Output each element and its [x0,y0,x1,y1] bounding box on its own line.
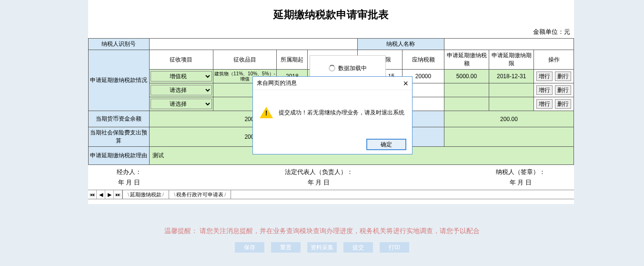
sheet-nav-first-icon[interactable]: ⏮ [88,190,97,199]
label-reason: 申请延期缴纳税款理由 [89,147,150,165]
sheet-nav-prev-icon[interactable]: ◀ [97,190,105,199]
sheet-tab-0[interactable]: 延期缴纳税款 [123,190,169,199]
header-tax-due: 应纳税额 [402,50,444,70]
warning-icon [260,107,273,118]
add-row-button-2[interactable]: 增行 [536,99,553,109]
header-action: 操作 [534,50,574,70]
modal-title: 来自网页的消息 [257,79,297,87]
print-button[interactable]: 打印 [380,242,409,253]
alert-modal: 来自网页的消息 × 提交成功！若无需继续办理业务，请及时退出系统 确定 [252,76,413,154]
del-row-button-0[interactable]: 删行 [555,72,571,81]
action-bar: 保存 重置 资料采集 提交 打印 [0,242,644,253]
label-application-detail: 申请延期缴纳税款情况 [89,50,150,111]
save-button[interactable]: 保存 [235,242,264,253]
spinner-icon [329,65,335,72]
label-cash-balance: 当期货币资金余额 [89,111,150,127]
del-row-button-1[interactable]: 删行 [555,85,571,95]
legal-label: 法定代表人（负责人）： [285,168,353,176]
add-row-button-1[interactable]: 增行 [536,85,553,95]
cell-cash-balance-right[interactable]: 200.00 [444,111,574,127]
header-tax-category: 征收品目 [213,50,277,70]
modal-message: 提交成功！若无需继续办理业务，请及时退出系统 [279,109,404,117]
value-taxpayer-id [149,39,357,50]
reminder-text: 温馨提醒： 请您关注消息提醒，并在业务查询模块查询办理进度，税务机关将进行实地调… [0,227,644,235]
reset-button[interactable]: 重置 [271,242,301,253]
value-taxpayer-name [444,39,574,50]
cell-defer-deadline-0[interactable]: 2018-12-31 [489,70,534,83]
close-icon[interactable]: × [403,79,408,88]
add-row-button-0[interactable]: 增行 [536,72,553,81]
signature-row: 经办人： 年 月 日 法定代表人（负责人）： 年 月 日 纳税人（签章）： 年 … [88,165,574,190]
sheet-nav-next-icon[interactable]: ▶ [105,190,114,199]
select-tax-item-0[interactable]: 增值税 [151,71,212,82]
label-social-insurance: 当期社会保险费支出预算 [89,127,150,147]
loading-text: 数据加载中 [338,64,367,72]
label-taxpayer-name: 纳税人名称 [357,39,444,50]
sheet-tab-1[interactable]: 税务行政许可申请表 [169,190,231,199]
taxpayer-sig-label: 纳税人（签章）： [496,168,545,176]
taxpayer-date: 年 月 日 [496,178,545,187]
header-defer-deadline: 申请延期缴纳期限 [489,50,534,70]
del-row-button-2[interactable]: 删行 [555,99,571,109]
handler-label: 经办人： [117,168,141,176]
collect-button[interactable]: 资料采集 [307,242,337,253]
select-tax-item-1[interactable]: 请选择 [151,85,212,95]
label-taxpayer-id: 纳税人识别号 [89,39,150,50]
ok-button[interactable]: 确定 [366,139,406,150]
legal-date: 年 月 日 [285,178,353,187]
handler-date: 年 月 日 [117,178,141,187]
unit-label: 金额单位：元 [88,28,574,38]
sheet-tabs: ⏮ ◀ ▶ ⏭ 延期缴纳税款 税务行政许可申请表 [88,190,574,199]
header-defer-amount: 申请延期缴纳税额 [444,50,489,70]
page-title: 延期缴纳税款申请审批表 [88,5,574,28]
header-period-start: 所属期起 [277,50,308,70]
submit-button[interactable]: 提交 [343,242,373,253]
select-tax-item-2[interactable]: 请选择 [151,99,212,109]
header-tax-item: 征收项目 [149,50,213,70]
cell-defer-amount-0[interactable]: 5000.00 [444,70,489,83]
sheet-nav-last-icon[interactable]: ⏭ [114,190,122,199]
